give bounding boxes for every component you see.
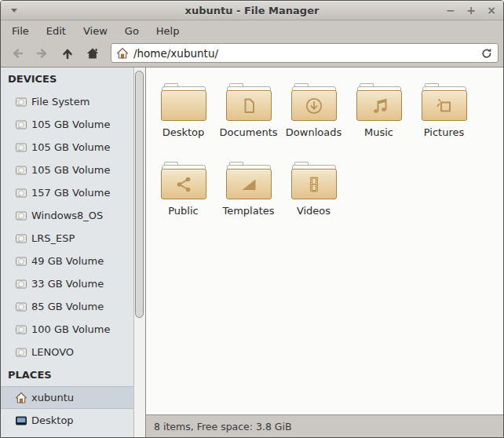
sidebar-item-label: 33 GB Volume xyxy=(31,278,104,290)
menu-view[interactable]: View xyxy=(75,22,116,40)
drive-icon xyxy=(15,323,27,336)
sidebar-item-file-system[interactable]: File System xyxy=(1,90,133,113)
share-emblem-icon xyxy=(173,174,194,195)
back-icon xyxy=(10,46,24,60)
sidebar-item-label: 105 GB Volume xyxy=(31,141,110,153)
template-triangle-emblem-icon xyxy=(239,174,259,195)
reload-icon[interactable] xyxy=(480,47,493,60)
sidebar-item-label: 100 GB Volume xyxy=(31,323,110,335)
sidebar-item-label: Windows8_OS xyxy=(31,210,103,221)
sidebar-item-label: 105 GB Volume xyxy=(31,119,110,130)
up-icon xyxy=(60,46,75,60)
sidebar-item-label: 157 GB Volume xyxy=(31,187,110,199)
devices-header: DEVICES xyxy=(1,68,133,90)
sidebar-item-windows8-os[interactable]: Windows8_OS xyxy=(1,204,133,227)
up-button[interactable] xyxy=(57,43,78,64)
drive-icon xyxy=(15,96,27,108)
folder-icon xyxy=(226,162,272,199)
folder-icon xyxy=(356,83,402,121)
file-label: Public xyxy=(168,205,198,217)
main-view: Desktop Documents xyxy=(145,68,503,437)
file-desktop[interactable]: Desktop xyxy=(151,77,216,155)
sidebar-item-label: Desktop xyxy=(31,414,74,426)
drive-icon xyxy=(15,187,27,199)
file-label: Downloads xyxy=(286,126,341,138)
file-label: Templates xyxy=(222,205,274,217)
file-pictures[interactable]: Pictures xyxy=(411,77,477,155)
toolbar xyxy=(1,41,503,67)
file-label: Videos xyxy=(297,205,331,217)
file-manager-window: xubuntu - File Manager − + × File Edit V… xyxy=(0,0,504,438)
close-button[interactable]: × xyxy=(486,5,497,16)
sidebar-item-volume[interactable]: 105 GB Volume xyxy=(1,159,133,181)
folder-icon xyxy=(161,162,206,199)
places-header: PLACES xyxy=(1,363,133,386)
file-music[interactable]: Music xyxy=(346,77,411,155)
file-videos[interactable]: Videos xyxy=(281,155,346,234)
menu-help[interactable]: Help xyxy=(148,22,188,40)
home-icon xyxy=(86,46,100,60)
picture-emblem-icon xyxy=(434,96,455,116)
folder-icon xyxy=(161,83,206,121)
document-emblem-icon xyxy=(239,96,259,116)
drive-icon xyxy=(15,164,27,177)
window-controls: − + × xyxy=(445,1,497,20)
drive-icon xyxy=(15,119,27,131)
menu-go[interactable]: Go xyxy=(116,22,148,40)
forward-icon xyxy=(35,46,49,60)
sidebar-item-volume[interactable]: 33 GB Volume xyxy=(1,272,133,295)
content-area: DEVICES File System 105 GB Volume 105 GB… xyxy=(1,67,503,437)
sidebar-item-label: xubuntu xyxy=(31,392,74,403)
drive-icon xyxy=(15,278,27,290)
drive-icon xyxy=(15,255,27,268)
sidebar-item-xubuntu[interactable]: xubuntu xyxy=(1,386,133,409)
icon-view[interactable]: Desktop Documents xyxy=(146,68,503,414)
sidebar-item-label: LRS_ESP xyxy=(31,232,75,244)
location-home-icon xyxy=(116,47,129,60)
window-title: xubuntu - File Manager xyxy=(1,5,503,16)
sidebar-item-volume[interactable]: 105 GB Volume xyxy=(1,113,133,136)
sidebar-item-label: 49 GB Volume xyxy=(31,255,104,267)
file-label: Documents xyxy=(219,126,277,138)
path-input[interactable] xyxy=(133,47,476,60)
sidebar-item-label: LENOVO xyxy=(31,346,74,358)
download-emblem-icon xyxy=(304,96,324,116)
sidebar: DEVICES File System 105 GB Volume 105 GB… xyxy=(1,68,133,437)
sidebar-item-volume[interactable]: 157 GB Volume xyxy=(1,181,133,204)
folder-icon xyxy=(291,83,337,121)
sidebar-item-label: File System xyxy=(31,96,89,108)
sidebar-item-volume[interactable]: 100 GB Volume xyxy=(1,318,133,341)
sidebar-item-lrs-esp[interactable]: LRS_ESP xyxy=(1,227,133,250)
sidebar-item-label: 85 GB Volume xyxy=(31,301,104,312)
sidebar-item-volume[interactable]: 85 GB Volume xyxy=(1,295,133,318)
sidebar-scrollbar[interactable] xyxy=(133,68,145,437)
pathbar[interactable] xyxy=(111,43,499,63)
drive-icon xyxy=(15,210,27,222)
music-note-emblem-icon xyxy=(369,96,389,116)
file-label: Pictures xyxy=(424,126,464,138)
file-label: Music xyxy=(364,126,393,138)
file-public[interactable]: Public xyxy=(151,155,216,234)
film-strip-emblem-icon xyxy=(304,174,324,195)
forward-button[interactable] xyxy=(32,43,53,64)
file-templates[interactable]: Templates xyxy=(216,155,281,234)
menubar: File Edit View Go Help xyxy=(1,20,503,41)
menu-file[interactable]: File xyxy=(3,22,38,40)
statusbar: 8 items, Free space: 3.8 GiB xyxy=(146,414,503,437)
sidebar-item-lenovo[interactable]: LENOVO xyxy=(1,341,133,363)
file-documents[interactable]: Documents xyxy=(216,77,281,155)
back-button[interactable] xyxy=(7,43,27,64)
sidebar-item-desktop[interactable]: Desktop xyxy=(1,409,133,432)
minimize-button[interactable]: − xyxy=(445,5,456,16)
home-icon xyxy=(15,392,27,404)
titlebar: xubuntu - File Manager − + × xyxy=(1,1,503,20)
scrollbar-thumb[interactable] xyxy=(135,71,144,318)
sidebar-item-label: 105 GB Volume xyxy=(31,164,110,176)
home-button[interactable] xyxy=(82,43,103,64)
maximize-button[interactable]: + xyxy=(466,5,477,16)
folder-icon xyxy=(226,83,272,121)
menu-edit[interactable]: Edit xyxy=(38,22,75,40)
file-downloads[interactable]: Downloads xyxy=(281,77,346,155)
sidebar-item-volume[interactable]: 49 GB Volume xyxy=(1,250,133,272)
sidebar-item-volume[interactable]: 105 GB Volume xyxy=(1,136,133,159)
